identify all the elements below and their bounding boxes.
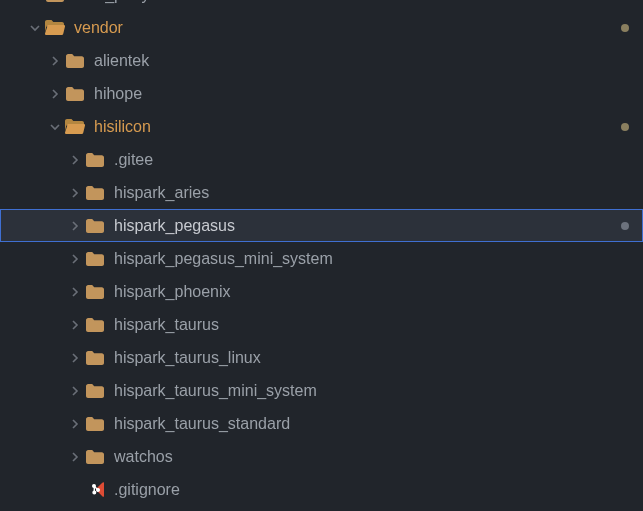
folder-icon <box>84 417 106 431</box>
svg-point-4 <box>96 489 99 492</box>
folder-icon <box>64 87 86 101</box>
tree-item-label: alientek <box>94 52 149 70</box>
tree-item-hisilicon[interactable]: hisilicon <box>0 110 643 143</box>
folder-icon <box>84 351 106 365</box>
chevron-right-icon <box>66 253 84 265</box>
tree-item-hispark-taurus-standard[interactable]: hispark_taurus_standard <box>0 407 643 440</box>
tree-item-hispark-taurus-linux[interactable]: hispark_taurus_linux <box>0 341 643 374</box>
svg-point-3 <box>92 485 95 488</box>
tree-item-third-party[interactable]: third_party <box>0 0 643 11</box>
tree-item-hispark-aries[interactable]: hispark_aries <box>0 176 643 209</box>
chevron-right-icon <box>66 187 84 199</box>
folder-icon <box>84 450 106 464</box>
tree-item-gitignore[interactable]: .gitignore <box>0 473 643 506</box>
tree-item-label: watchos <box>114 448 173 466</box>
tree-item-hispark-pegasus[interactable]: hispark_pegasus <box>0 209 643 242</box>
chevron-right-icon <box>46 88 64 100</box>
tree-item-vendor[interactable]: vendor <box>0 11 643 44</box>
tree-item-label: hispark_phoenix <box>114 283 231 301</box>
folder-open-icon <box>64 119 86 134</box>
folder-icon <box>44 0 66 2</box>
status-dot-icon <box>621 222 629 230</box>
svg-point-5 <box>93 491 96 494</box>
folder-icon <box>84 219 106 233</box>
folder-icon <box>64 54 86 68</box>
chevron-down-icon <box>46 121 64 133</box>
tree-item-label: hispark_aries <box>114 184 209 202</box>
chevron-right-icon <box>66 220 84 232</box>
chevron-right-icon <box>26 0 44 1</box>
tree-item-label: hisilicon <box>94 118 151 136</box>
tree-item-gitee[interactable]: .gitee <box>0 143 643 176</box>
tree-item-label: hispark_taurus_standard <box>114 415 290 433</box>
tree-item-label: vendor <box>74 19 123 37</box>
folder-icon <box>84 285 106 299</box>
folder-icon <box>84 252 106 266</box>
tree-item-label: hihope <box>94 85 142 103</box>
tree-item-hispark-taurus-mini-system[interactable]: hispark_taurus_mini_system <box>0 374 643 407</box>
tree-item-hihope[interactable]: hihope <box>0 77 643 110</box>
tree-item-label: hispark_pegasus <box>114 217 235 235</box>
tree-item-hispark-pegasus-mini-system[interactable]: hispark_pegasus_mini_system <box>0 242 643 275</box>
chevron-right-icon <box>66 319 84 331</box>
folder-open-icon <box>44 20 66 35</box>
file-explorer: third_party vendor alientek hihope <box>0 0 643 511</box>
status-dot-icon <box>621 123 629 131</box>
tree-item-label: hispark_taurus_linux <box>114 349 261 367</box>
tree-item-label: third_party <box>74 0 150 4</box>
folder-icon <box>84 384 106 398</box>
chevron-down-icon <box>26 22 44 34</box>
status-dot-icon <box>621 24 629 32</box>
tree-item-label: hispark_pegasus_mini_system <box>114 250 333 268</box>
tree-item-alientek[interactable]: alientek <box>0 44 643 77</box>
tree-item-hispark-taurus[interactable]: hispark_taurus <box>0 308 643 341</box>
tree-item-hispark-phoenix[interactable]: hispark_phoenix <box>0 275 643 308</box>
git-icon <box>84 481 106 498</box>
tree-item-label: .gitignore <box>114 481 180 499</box>
folder-icon <box>84 318 106 332</box>
chevron-right-icon <box>46 55 64 67</box>
chevron-right-icon <box>66 286 84 298</box>
chevron-right-icon <box>66 352 84 364</box>
chevron-right-icon <box>66 418 84 430</box>
tree-item-label: hispark_taurus_mini_system <box>114 382 317 400</box>
tree-item-label: hispark_taurus <box>114 316 219 334</box>
folder-icon <box>84 153 106 167</box>
folder-icon <box>84 186 106 200</box>
chevron-right-icon <box>66 385 84 397</box>
chevron-right-icon <box>66 451 84 463</box>
chevron-right-icon <box>66 154 84 166</box>
tree-item-label: .gitee <box>114 151 153 169</box>
tree-item-watchos[interactable]: watchos <box>0 440 643 473</box>
